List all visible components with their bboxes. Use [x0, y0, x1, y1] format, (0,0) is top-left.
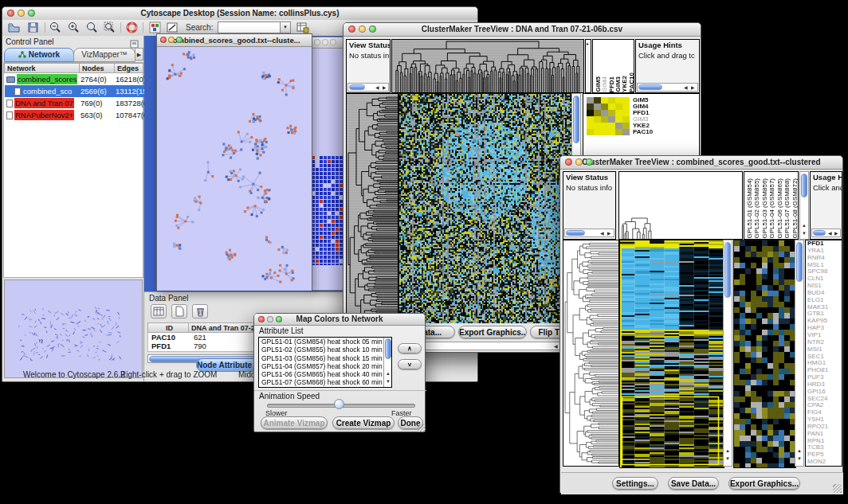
move-up-button[interactable]: ∧	[398, 343, 422, 354]
column-header-edges[interactable]: Edges	[114, 63, 143, 73]
attribute-option[interactable]: GPL51-01 (GSM854) heat shock 05 min	[259, 338, 391, 346]
settings-button[interactable]: Settings...	[612, 477, 658, 490]
attribute-option[interactable]: GPL51-06 (GSM865) heat shock 40 min	[259, 370, 391, 378]
close-button[interactable]	[314, 39, 320, 45]
zoom-fit-icon[interactable]	[103, 21, 116, 37]
zoom-button[interactable]	[586, 158, 593, 166]
move-down-button[interactable]: v	[398, 359, 422, 369]
more-tabs-button[interactable]: ▶	[135, 48, 143, 61]
new-attribute-button[interactable]	[171, 304, 187, 318]
zoom-vscrollbar[interactable]: ▲ ▼	[795, 240, 804, 467]
attribute-option[interactable]: GPL51-03 (GSM856) heat shock 15 min	[259, 354, 391, 362]
scroll-left-icon[interactable]: ◀	[600, 231, 604, 236]
attribute-option[interactable]: GPL51-07 (GSM868) heat shock 60 min	[259, 378, 391, 386]
map-colors-dialog[interactable]: Map Colors to Network Attribute List GPL…	[253, 313, 426, 432]
attribute-list-vscrollbar[interactable]: ▲ ▼	[383, 338, 392, 387]
heatmap-vscrollbar[interactable]: ▲ ▼	[723, 240, 732, 467]
attribute-option[interactable]: GPL51-04 (GSM857) heat shock 20 min	[259, 362, 391, 370]
attribute-option[interactable]: GPL51-02 (GSM855) heat shock 10 min	[259, 346, 391, 354]
scroll-down-icon[interactable]: ▼	[802, 231, 807, 236]
treeview1-title-bar[interactable]: ClusterMaker TreeView : DNA and Tran 07-…	[344, 23, 701, 37]
tab-network[interactable]: Network	[4, 48, 74, 62]
scroll-up-icon[interactable]: ▲	[386, 371, 391, 376]
view-status-hscrollbar[interactable]: ◀ ▶	[564, 229, 614, 237]
minimize-button[interactable]	[267, 316, 273, 322]
dense-network-grid-view[interactable]	[312, 156, 343, 265]
attribute-listbox[interactable]: GPL51-01 (GSM854) heat shock 05 minGPL51…	[258, 337, 392, 388]
minimize-button[interactable]	[359, 25, 366, 33]
scroll-left-icon[interactable]: ◀	[375, 85, 379, 90]
row-dendrogram[interactable]	[347, 94, 398, 322]
zoomed-heatmap[interactable]	[733, 240, 796, 468]
scroll-left-icon[interactable]: ◀	[684, 85, 688, 90]
zoom-button[interactable]	[276, 316, 282, 322]
background-window-title-bar[interactable]	[312, 37, 343, 49]
network-row[interactable]: RNAPuberNov2+563(0)107847(0)	[5, 109, 145, 121]
network-row[interactable]: combined_sco2569(6)13112(15)	[5, 85, 145, 97]
zoom-out-icon[interactable]	[49, 21, 62, 37]
scroll-down-icon[interactable]: ▼	[386, 379, 391, 384]
resize-grip[interactable]	[833, 484, 842, 493]
help-ring-icon[interactable]	[125, 21, 139, 37]
create-vizmap-button[interactable]: Create Vizmap	[332, 416, 395, 429]
expression-heatmap[interactable]	[398, 93, 572, 325]
network-graph-view[interactable]	[157, 47, 312, 291]
scroll-right-icon[interactable]: ▶	[691, 85, 695, 90]
search-input[interactable]	[218, 21, 283, 33]
birdseye-view[interactable]	[5, 280, 142, 377]
scroll-up-icon[interactable]: ▲	[725, 448, 730, 453]
expression-heatmap[interactable]	[619, 240, 724, 468]
export-graphics-button[interactable]: Export Graphics...	[728, 477, 800, 490]
delete-attribute-button[interactable]	[192, 304, 208, 318]
minimize-button[interactable]	[322, 39, 328, 45]
zoom-button[interactable]	[176, 37, 183, 43]
scroll-right-icon[interactable]: ▶	[607, 231, 611, 236]
datapanel-header-id[interactable]: ID	[147, 322, 189, 333]
close-button[interactable]	[160, 37, 167, 43]
scroll-right-icon[interactable]: ▶	[383, 85, 387, 90]
column-dendrogram[interactable]	[392, 40, 583, 92]
zoom-button[interactable]	[369, 25, 376, 33]
correlation-matrix[interactable]	[587, 97, 630, 135]
resize-grip[interactable]	[418, 424, 426, 432]
divider-strip[interactable]: ▸	[585, 39, 591, 93]
scroll-up-icon[interactable]: ▲	[797, 448, 802, 453]
scroll-down-icon[interactable]: ▼	[797, 456, 802, 461]
save-icon[interactable]	[26, 21, 40, 37]
scroll-down-icon[interactable]: ▼	[725, 456, 730, 461]
treeview2-title-bar[interactable]: ClusterMaker TreeView : combined_scores_…	[560, 156, 842, 170]
network-row[interactable]: DNA and Tran 07769(0)183728(0)	[5, 97, 145, 109]
save-data-button[interactable]: Save Data...	[668, 477, 719, 490]
column-dendrogram[interactable]	[619, 172, 742, 239]
zoom-button[interactable]	[28, 10, 35, 17]
zoom-in-icon[interactable]	[67, 21, 80, 37]
minimize-button[interactable]	[168, 37, 175, 43]
column-header-network[interactable]: Network	[4, 63, 80, 73]
gene-label[interactable]: MON2	[806, 459, 842, 466]
column-header-nodes[interactable]: Nodes	[79, 63, 115, 73]
export-graphics-button[interactable]: Export Graphics...	[458, 326, 527, 338]
scroll-right-icon[interactable]: ▶	[834, 231, 838, 236]
search-dropdown-button[interactable]: ▼	[280, 21, 291, 33]
open-folder-icon[interactable]	[7, 21, 21, 37]
labels-vscrollbar[interactable]: ▲ ▼	[799, 171, 809, 240]
scroll-left-icon[interactable]: ◀	[828, 231, 832, 236]
treeview2-window[interactable]: ClusterMaker TreeView : combined_scores_…	[559, 155, 843, 494]
tab-vizmapper[interactable]: VizMapper™	[73, 48, 135, 62]
scroll-left-icon[interactable]: ◀	[554, 344, 558, 349]
background-network-window[interactable]	[311, 37, 344, 291]
close-button[interactable]	[7, 10, 14, 17]
minimize-button[interactable]	[18, 10, 25, 17]
scroll-up-icon[interactable]: ▲	[802, 223, 807, 228]
network-row[interactable]: combined_scores2764(0)16218(0)	[5, 73, 145, 85]
zoom-button[interactable]	[330, 39, 336, 45]
animate-vizmap-button[interactable]: Animate Vizmap	[261, 416, 328, 429]
close-button[interactable]	[565, 158, 572, 166]
animation-speed-slider-thumb[interactable]	[334, 399, 344, 409]
select-attributes-button[interactable]	[151, 304, 167, 318]
usage-hints-hscrollbar[interactable]: ◀ ▶	[637, 83, 698, 92]
close-button[interactable]	[348, 25, 355, 33]
close-button[interactable]	[258, 316, 265, 322]
view-status-hscrollbar[interactable]: ◀ ▶	[347, 83, 389, 92]
row-dendrogram[interactable]	[563, 240, 618, 466]
